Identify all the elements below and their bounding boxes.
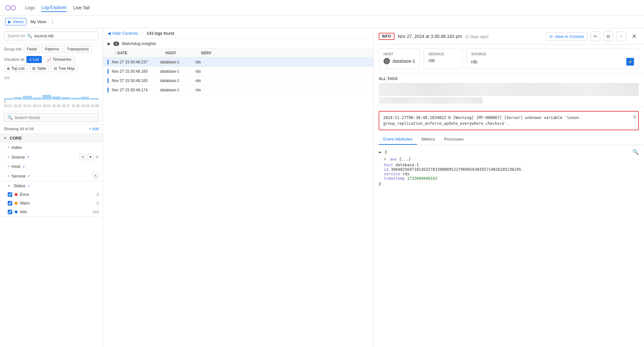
- search-query: source:rds: [34, 33, 54, 38]
- facets-search-icon: 🔍: [7, 115, 13, 120]
- timestamp-json-val: 1732689048183: [407, 176, 437, 181]
- status-warn-item: Warn 0: [0, 199, 103, 207]
- log-timestamp: Nov 27, 2024 at 3:30:48.183 pm: [398, 34, 462, 39]
- source-refresh-button[interactable]: ↻: [80, 154, 86, 160]
- nav-log-explorer[interactable]: Log Explorer: [41, 4, 67, 12]
- right-panel: INFO Nov 27, 2024 at 3:30:48.183 pm (2 d…: [374, 28, 644, 347]
- hide-controls-icon: ◀: [108, 31, 111, 36]
- facet-item-host[interactable]: > Host ✓: [0, 162, 103, 171]
- json-service-row: service rds: [379, 172, 639, 176]
- json-collapse-icon[interactable]: ▬: [379, 150, 381, 154]
- center-controls: ◀ Hide Controls | 143 logs found: [103, 28, 373, 39]
- service-refresh-button[interactable]: ↻: [92, 173, 99, 179]
- views-button[interactable]: ▶ Views: [5, 18, 26, 25]
- chart-y-zero: 0: [4, 100, 99, 104]
- logs-table: Nov 27 15:30:48.237 database-1 rds Nov 2…: [103, 58, 373, 347]
- viz-list-button[interactable]: ≡ List: [26, 56, 42, 63]
- status-facet-label: Status: [14, 183, 25, 188]
- copy-link-button[interactable]: ⧉: [603, 32, 613, 41]
- viz-timeseries-button[interactable]: 📈 Timeseries: [44, 56, 74, 63]
- error-checkbox[interactable]: [8, 192, 12, 197]
- json-timestamp-row: timestamp 1732689048183: [379, 176, 639, 181]
- aws-expand-icon[interactable]: +: [384, 157, 386, 161]
- log-row[interactable]: Nov 27 15:30:48.183 database-1 rds: [103, 67, 373, 76]
- aws-val: {...}: [399, 157, 411, 161]
- log-indicator-icon: [108, 78, 109, 83]
- status-collapse-icon[interactable]: ∨: [8, 184, 10, 188]
- host-json-val: database-1: [395, 163, 419, 167]
- service-chevron-icon: >: [8, 174, 10, 178]
- tab-event-attributes[interactable]: Event Attributes: [379, 134, 417, 145]
- view-in-context-button[interactable]: ⊙ View in Context: [546, 32, 587, 41]
- core-collapse-icon[interactable]: ∨: [4, 136, 6, 140]
- info-level-badge: INFO: [379, 33, 394, 40]
- service-json-key: service: [384, 172, 400, 176]
- json-id-row: id 3864025697181363278338008952279699263…: [379, 167, 639, 172]
- right-panel-header: INFO Nov 27, 2024 at 3:30:48.183 pm (2 d…: [374, 28, 644, 45]
- info-label: Info: [20, 209, 90, 214]
- json-close-brace: }: [379, 181, 639, 188]
- facet-item-index[interactable]: > Index: [0, 143, 103, 152]
- watchdog-toggle-icon[interactable]: ▶: [108, 41, 111, 46]
- status-info-item: Info 143: [0, 207, 103, 216]
- source-card-label: SOURCE: [471, 52, 634, 56]
- nav-live-tail[interactable]: Live Tail: [73, 4, 90, 12]
- timestamp-json-key: timestamp: [384, 176, 405, 181]
- facets-search-input[interactable]: [14, 115, 95, 120]
- nav-logs[interactable]: Logs: [25, 4, 35, 12]
- source-check-icon: ✓: [27, 155, 30, 159]
- viz-table-button[interactable]: ⊞ Table: [29, 65, 49, 72]
- viz-treemap-button[interactable]: ⊟ Tree Map: [51, 65, 78, 72]
- status-error-item: Error 0: [0, 190, 103, 199]
- facet-item-source[interactable]: > Source ✓ ↻ ▼ ✕: [0, 152, 103, 162]
- chart-x-label: 15:15: [43, 104, 51, 108]
- warn-checkbox[interactable]: [8, 201, 12, 205]
- host-chevron-icon: >: [8, 165, 10, 168]
- close-panel-button[interactable]: ✕: [629, 32, 639, 41]
- watchdog-badge: 0: [113, 41, 119, 46]
- tab-processes[interactable]: Processes: [440, 134, 468, 145]
- hide-controls-button[interactable]: ◀ Hide Controls: [108, 31, 138, 36]
- json-search-icon[interactable]: 🔍: [632, 149, 639, 155]
- group-into-row: Group into Fields Patterns Transactions: [0, 44, 103, 55]
- viz-toplist-button[interactable]: ≣ Top List: [4, 65, 27, 72]
- source-remove-button[interactable]: ✕: [95, 154, 99, 160]
- group-transactions-button[interactable]: Transactions: [64, 46, 92, 53]
- chart-bar: [33, 97, 42, 100]
- service-card-value: rds: [429, 58, 458, 63]
- log-row[interactable]: Nov 27 15:30:48.237 database-1 rds: [103, 58, 373, 67]
- showing-row: Showing 44 of 44 + Add: [0, 125, 103, 133]
- metadata-row: HOST ⬡ database-1 SERVICE rds SOURCE rds…: [374, 45, 644, 73]
- info-checkbox[interactable]: [8, 210, 12, 214]
- status-section-header[interactable]: ∨ Status ✓: [0, 181, 103, 190]
- group-patterns-button[interactable]: Patterns: [42, 46, 62, 53]
- facets-search: 🔍: [0, 111, 103, 125]
- facets-input-wrap[interactable]: 🔍: [4, 113, 99, 122]
- facet-item-service[interactable]: > Service ✓ ↻: [0, 171, 103, 181]
- copy-message-button[interactable]: ⧉: [633, 114, 636, 120]
- visualize-label: Visualize as: [4, 57, 24, 62]
- event-attribute-tabs: Event Attributes Metrics Processes: [374, 134, 644, 145]
- separator: |: [142, 31, 143, 36]
- edit-button[interactable]: ✏: [591, 32, 600, 41]
- core-section-header[interactable]: ∨ CORE: [0, 133, 103, 143]
- top-nav: ⬡⬡ Logs Log Explorer Live Tail: [0, 0, 644, 15]
- add-facet-button[interactable]: + Add: [89, 127, 99, 131]
- tab-metrics[interactable]: Metrics: [417, 134, 440, 145]
- search-input-wrap[interactable]: Search for 🔍 source:rds: [4, 32, 99, 40]
- more-options-icon[interactable]: ⋮: [50, 19, 55, 25]
- log-date: Nov 27 15:30:48.174: [112, 88, 160, 92]
- date-column-header[interactable]: ↓ DATE: [114, 51, 166, 55]
- log-host: database-1: [160, 88, 195, 92]
- log-row[interactable]: Nov 27 15:30:48.174 database-1 rds: [103, 86, 373, 95]
- facet-section-core: ∨ CORE > Index > Source ✓ ↻ ▼: [0, 133, 103, 181]
- json-host-row: host database-1: [379, 163, 639, 167]
- share-button[interactable]: ↑: [616, 32, 626, 41]
- source-filter-button[interactable]: ▼: [87, 154, 94, 160]
- chart-bar: [61, 97, 70, 100]
- my-view-label[interactable]: My View: [30, 19, 46, 24]
- group-fields-button[interactable]: Fields: [24, 46, 40, 53]
- log-row[interactable]: Nov 27 15:30:48.183 database-1 rds: [103, 76, 373, 86]
- core-label: CORE: [10, 136, 22, 141]
- chart-x-label: 15:18: [71, 104, 80, 108]
